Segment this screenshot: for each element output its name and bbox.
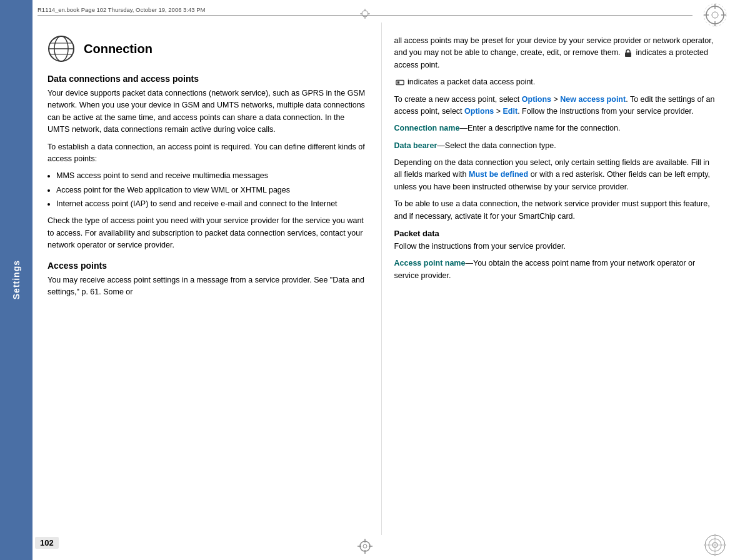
crosshair-bottom (358, 539, 372, 554)
right-para3-gt2: > (494, 107, 502, 116)
field2-label: Data bearer (394, 141, 438, 150)
field2-para: Data bearer—Select the data connection t… (394, 140, 716, 152)
main-content: Connection Data connections and access p… (32, 22, 730, 535)
section1-body1: Your device supports packet data connect… (48, 88, 369, 136)
connection-icon (48, 35, 75, 62)
right-column: all access points may be preset for your… (382, 22, 731, 535)
section1-heading: Data connections and access points (48, 74, 369, 84)
right-para3: To create a new access point, select Opt… (394, 94, 716, 118)
crosshair-top (360, 9, 370, 19)
field2-text: Select the data connection type. (445, 141, 556, 150)
page-container: R1114_en.book Page 102 Thursday, October… (0, 0, 730, 560)
field1-text: Enter a descriptive name for the connect… (468, 124, 621, 132)
book-info-text: R1114_en.book Page 102 Thursday, October… (38, 6, 205, 13)
corner-decoration-br (702, 532, 728, 558)
left-column: Connection Data connections and access p… (32, 22, 382, 535)
field3-dash: — (465, 259, 473, 268)
list-item: MMS access point to send and receive mul… (56, 170, 369, 182)
svg-point-24 (360, 541, 370, 551)
title-area: Connection (48, 35, 369, 62)
svg-point-7 (712, 12, 718, 18)
edit-link[interactable]: Edit (503, 107, 518, 116)
right-para3-prefix: To create a new access point, select (394, 95, 522, 104)
section1-body3: Check the type of access point you need … (48, 215, 369, 251)
packet-data-body: Follow the instructions from your servic… (394, 241, 716, 252)
right-para2-text: indicates a packet data access point. (408, 78, 535, 86)
field2-dash: — (437, 141, 445, 150)
section1-body2: To establish a data connection, an acces… (48, 141, 369, 166)
right-para5: To be able to use a data connection, the… (394, 198, 716, 222)
field1-dash: — (459, 124, 468, 132)
field1-para: Connection name—Enter a descriptive name… (394, 122, 716, 134)
settings-sidebar: Settings (0, 0, 32, 560)
list-item: Internet access point (IAP) to send and … (56, 198, 369, 210)
right-para4: Depending on the data connection you sel… (394, 157, 716, 193)
must-define-text: Must be defined (469, 170, 528, 179)
right-para3-suffix: . Follow the instructions from your serv… (518, 107, 693, 116)
sidebar-label: Settings (11, 260, 21, 299)
list-item: Access point for the Web application to … (56, 184, 369, 196)
page-title: Connection (84, 42, 152, 56)
field1-label: Connection name (394, 124, 460, 132)
svg-point-6 (706, 6, 724, 24)
access-points-list: MMS access point to send and receive mul… (48, 170, 369, 210)
svg-rect-40 (625, 52, 631, 57)
right-para3-gt1: > (551, 95, 560, 104)
packet-data-icon (396, 79, 404, 86)
svg-point-25 (363, 544, 367, 548)
field3-para: Access point name—You obtain the access … (394, 258, 716, 282)
right-para1: all access points may be preset for your… (394, 35, 716, 71)
page-number: 102 (35, 537, 59, 549)
lock-icon (624, 49, 632, 58)
svg-rect-42 (397, 81, 399, 84)
field3-label: Access point name (394, 259, 466, 268)
new-access-link[interactable]: New access point (560, 95, 626, 104)
svg-point-30 (362, 11, 368, 17)
section2-heading: Access points (48, 261, 369, 271)
right-para2: indicates a packet data access point. (394, 76, 716, 88)
section2-body1: You may receive access point settings in… (48, 274, 369, 299)
options-link-2[interactable]: Options (464, 107, 494, 116)
packet-data-heading: Packet data (394, 229, 716, 238)
options-link-1[interactable]: Options (522, 95, 551, 104)
